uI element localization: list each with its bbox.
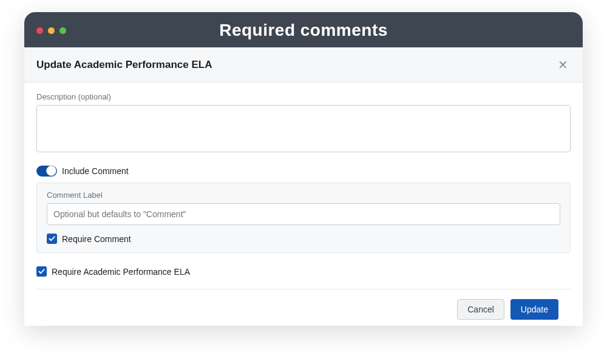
minimize-window-button[interactable] bbox=[48, 27, 55, 34]
modal: Update Academic Performance ELA ✕ Descri… bbox=[24, 47, 583, 326]
require-comment-label: Require Comment bbox=[62, 234, 131, 244]
require-comment-checkbox[interactable] bbox=[47, 234, 57, 244]
toggle-knob bbox=[46, 166, 56, 176]
include-comment-row: Include Comment bbox=[36, 166, 571, 177]
include-comment-toggle[interactable] bbox=[36, 166, 57, 177]
description-textarea[interactable] bbox=[36, 105, 571, 152]
maximize-window-button[interactable] bbox=[59, 27, 66, 34]
require-field-label: Require Academic Performance ELA bbox=[52, 267, 190, 277]
checkmark-icon bbox=[49, 235, 55, 242]
modal-footer: Cancel Update bbox=[36, 289, 571, 320]
titlebar: Required comments bbox=[24, 12, 583, 47]
traffic-lights bbox=[36, 27, 66, 34]
require-field-row: Require Academic Performance ELA bbox=[36, 266, 571, 277]
app-window: Required comments Update Academic Perfor… bbox=[24, 12, 583, 326]
require-field-checkbox[interactable] bbox=[36, 266, 47, 277]
close-window-button[interactable] bbox=[36, 27, 43, 34]
window-title: Required comments bbox=[36, 21, 571, 40]
cancel-button[interactable]: Cancel bbox=[457, 299, 504, 320]
include-comment-label: Include Comment bbox=[62, 166, 129, 176]
comment-label-label: Comment Label bbox=[47, 190, 560, 200]
close-icon[interactable]: ✕ bbox=[555, 56, 571, 73]
comment-section: Comment Label Require Comment bbox=[36, 183, 571, 253]
comment-label-input[interactable] bbox=[47, 203, 560, 225]
modal-title: Update Academic Performance ELA bbox=[36, 59, 212, 71]
modal-header: Update Academic Performance ELA ✕ bbox=[24, 48, 583, 83]
description-label: Description (optional) bbox=[36, 92, 571, 101]
modal-body: Description (optional) Include Comment C… bbox=[24, 83, 583, 326]
require-comment-row: Require Comment bbox=[47, 234, 560, 244]
checkmark-icon bbox=[38, 268, 45, 275]
update-button[interactable]: Update bbox=[510, 299, 558, 320]
